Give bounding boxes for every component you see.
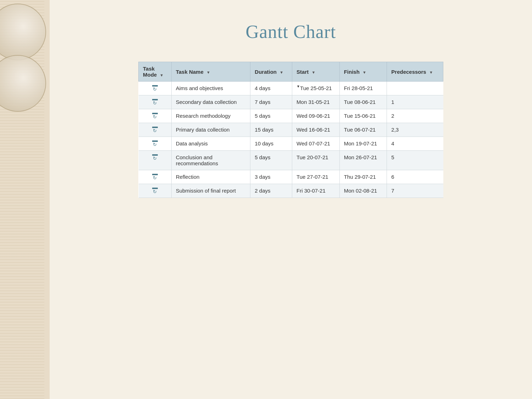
circle-top bbox=[0, 4, 46, 60]
start-cell: Fri 30-07-21 bbox=[292, 184, 340, 198]
task-name-cell: Research methodology bbox=[171, 109, 250, 123]
table-body: ↻ Aims and objectives4 days▼Tue 25-05-21… bbox=[139, 82, 443, 198]
task-icon-arrow: ↻ bbox=[153, 142, 157, 147]
start-cell: ▼Tue 25-05-21 bbox=[292, 82, 340, 95]
circle-bottom bbox=[0, 55, 46, 112]
table-row: ↻ Aims and objectives4 days▼Tue 25-05-21… bbox=[139, 82, 443, 95]
predecessors-cell bbox=[387, 82, 443, 95]
duration-cell: 5 days bbox=[250, 109, 292, 123]
predecessors-cell: 2 bbox=[387, 109, 443, 123]
start-marker-icon: ▼ bbox=[297, 84, 300, 88]
main-content: Gantt Chart TaskMode ▼ Task Name ▼ Durat… bbox=[50, 0, 532, 399]
col-header-finish[interactable]: Finish ▼ bbox=[339, 62, 387, 82]
predecessors-cell: 4 bbox=[387, 137, 443, 151]
task-icon-arrow: ↻ bbox=[153, 87, 157, 92]
table-header-row: TaskMode ▼ Task Name ▼ Duration ▼ Start … bbox=[139, 62, 443, 82]
task-name-cell: Secondary data collection bbox=[171, 95, 250, 109]
gantt-table-container: TaskMode ▼ Task Name ▼ Duration ▼ Start … bbox=[138, 62, 443, 198]
task-name-cell: Submission of final report bbox=[171, 184, 250, 198]
task-name-cell: Conclusion and recommendations bbox=[171, 151, 250, 170]
duration-cell: 7 days bbox=[250, 95, 292, 109]
table-row: ↻ Research methodology5 daysWed 09-06-21… bbox=[139, 109, 443, 123]
sort-arrow-task-name: ▼ bbox=[206, 70, 210, 74]
sort-arrow-predecessors: ▼ bbox=[429, 70, 433, 74]
col-header-start[interactable]: Start ▼ bbox=[292, 62, 340, 82]
page-title: Gantt Chart bbox=[245, 21, 336, 42]
sort-arrow-start: ▼ bbox=[311, 70, 315, 74]
task-mode-cell: ↻ bbox=[139, 151, 172, 170]
finish-cell: Tue 08-06-21 bbox=[339, 95, 387, 109]
duration-cell: 4 days bbox=[250, 82, 292, 95]
table-row: ↻ Data analysis10 daysWed 07-07-21Mon 19… bbox=[139, 137, 443, 151]
task-mode-cell: ↻ bbox=[139, 184, 172, 198]
task-mode-icon: ↻ bbox=[143, 113, 167, 119]
predecessors-cell: 6 bbox=[387, 170, 443, 184]
table-row: ↻ Secondary data collection7 daysMon 31-… bbox=[139, 95, 443, 109]
duration-cell: 15 days bbox=[250, 123, 292, 137]
start-marker-text: ▼Tue 25-05-21 bbox=[297, 85, 332, 91]
task-mode-icon: ↻ bbox=[143, 85, 167, 92]
task-mode-icon: ↻ bbox=[143, 99, 167, 105]
task-icon-arrow: ↻ bbox=[153, 176, 157, 180]
task-mode-icon: ↻ bbox=[143, 140, 167, 147]
task-mode-icon: ↻ bbox=[143, 154, 167, 161]
col-header-predecessors[interactable]: Predecessors ▼ bbox=[387, 62, 443, 82]
start-cell: Wed 09-06-21 bbox=[292, 109, 340, 123]
task-mode-cell: ↻ bbox=[139, 123, 172, 137]
table-row: ↻ Reflection3 daysTue 27-07-21Thu 29-07-… bbox=[139, 170, 443, 184]
start-cell: Tue 20-07-21 bbox=[292, 151, 340, 170]
col-header-task-mode[interactable]: TaskMode ▼ bbox=[139, 62, 172, 82]
sort-arrow-finish: ▼ bbox=[362, 70, 366, 74]
table-row: ↻ Primary data collection15 daysWed 16-0… bbox=[139, 123, 443, 137]
col-header-duration[interactable]: Duration ▼ bbox=[250, 62, 292, 82]
task-mode-cell: ↻ bbox=[139, 109, 172, 123]
duration-cell: 5 days bbox=[250, 151, 292, 170]
task-mode-cell: ↻ bbox=[139, 95, 172, 109]
task-mode-cell: ↻ bbox=[139, 137, 172, 151]
task-name-cell: Aims and objectives bbox=[171, 82, 250, 95]
predecessors-cell: 5 bbox=[387, 151, 443, 170]
task-icon-arrow: ↻ bbox=[153, 115, 157, 119]
task-mode-icon: ↻ bbox=[143, 174, 167, 180]
finish-cell: Thu 29-07-21 bbox=[339, 170, 387, 184]
task-icon-arrow: ↻ bbox=[153, 156, 157, 161]
duration-cell: 3 days bbox=[250, 170, 292, 184]
finish-cell: Mon 19-07-21 bbox=[339, 137, 387, 151]
task-mode-icon: ↻ bbox=[143, 127, 167, 133]
finish-cell: Tue 15-06-21 bbox=[339, 109, 387, 123]
start-cell: Tue 27-07-21 bbox=[292, 170, 340, 184]
task-name-cell: Data analysis bbox=[171, 137, 250, 151]
task-icon-arrow: ↻ bbox=[153, 189, 157, 194]
duration-cell: 10 days bbox=[250, 137, 292, 151]
finish-cell: Mon 02-08-21 bbox=[339, 184, 387, 198]
table-row: ↻ Conclusion and recommendations5 daysTu… bbox=[139, 151, 443, 170]
start-cell: Wed 16-06-21 bbox=[292, 123, 340, 137]
finish-cell: Mon 26-07-21 bbox=[339, 151, 387, 170]
task-mode-icon: ↻ bbox=[143, 188, 167, 194]
task-icon-arrow: ↻ bbox=[153, 101, 157, 105]
task-mode-cell: ↻ bbox=[139, 170, 172, 184]
gantt-table: TaskMode ▼ Task Name ▼ Duration ▼ Start … bbox=[138, 62, 443, 198]
duration-cell: 2 days bbox=[250, 184, 292, 198]
task-name-cell: Primary data collection bbox=[171, 123, 250, 137]
task-icon-arrow: ↻ bbox=[153, 128, 157, 133]
sort-arrow-duration: ▼ bbox=[279, 70, 283, 74]
predecessors-cell: 7 bbox=[387, 184, 443, 198]
predecessors-cell: 2,3 bbox=[387, 123, 443, 137]
sort-arrow-task-mode: ▼ bbox=[160, 73, 164, 77]
finish-cell: Tue 06-07-21 bbox=[339, 123, 387, 137]
start-cell: Mon 31-05-21 bbox=[292, 95, 340, 109]
table-row: ↻ Submission of final report2 daysFri 30… bbox=[139, 184, 443, 198]
task-name-cell: Reflection bbox=[171, 170, 250, 184]
col-header-task-name[interactable]: Task Name ▼ bbox=[171, 62, 250, 82]
task-mode-cell: ↻ bbox=[139, 82, 172, 95]
finish-cell: Fri 28-05-21 bbox=[339, 82, 387, 95]
left-circles bbox=[0, 0, 50, 399]
start-cell: Wed 07-07-21 bbox=[292, 137, 340, 151]
predecessors-cell: 1 bbox=[387, 95, 443, 109]
